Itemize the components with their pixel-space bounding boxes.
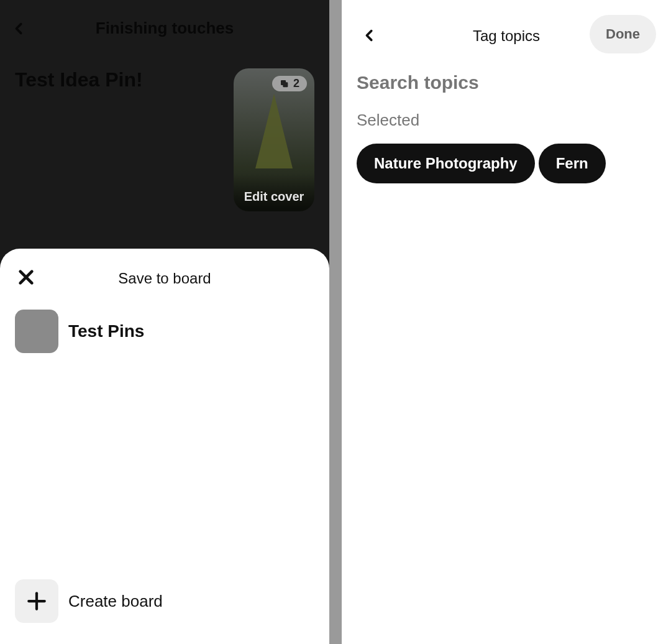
sheet-header: Save to board <box>15 264 314 293</box>
back-icon[interactable] <box>363 25 377 47</box>
stack-icon <box>280 79 290 89</box>
page-count-badge: 2 <box>272 76 307 91</box>
page-count-value: 2 <box>293 77 299 90</box>
selected-section-label: Selected <box>357 111 656 130</box>
board-name: Test Pins <box>68 321 144 341</box>
plus-icon <box>15 579 58 623</box>
finishing-touches-screen: Finishing touches Test Idea Pin! 2 Edit … <box>0 0 329 644</box>
edit-cover-button[interactable]: Edit cover <box>234 173 314 211</box>
svg-rect-1 <box>283 82 288 87</box>
panel-divider <box>329 0 342 644</box>
search-topics-input[interactable] <box>357 72 656 93</box>
board-item[interactable]: Test Pins <box>15 306 314 357</box>
save-to-board-sheet: Save to board Test Pins Create board <box>0 249 329 644</box>
tag-topics-header: Tag topics Done <box>357 15 656 57</box>
create-board-button[interactable]: Create board <box>15 579 314 629</box>
topic-chip[interactable]: Fern <box>539 144 606 183</box>
done-button[interactable]: Done <box>590 15 656 53</box>
tag-topics-screen: Tag topics Done Selected Nature Photogra… <box>342 0 671 644</box>
topic-chip[interactable]: Nature Photography <box>357 144 535 183</box>
close-icon[interactable] <box>17 268 35 289</box>
board-thumbnail <box>15 310 58 353</box>
selected-topics-list: Nature Photography Fern <box>357 144 656 183</box>
sheet-title: Save to board <box>15 270 314 287</box>
create-board-label: Create board <box>68 592 163 611</box>
